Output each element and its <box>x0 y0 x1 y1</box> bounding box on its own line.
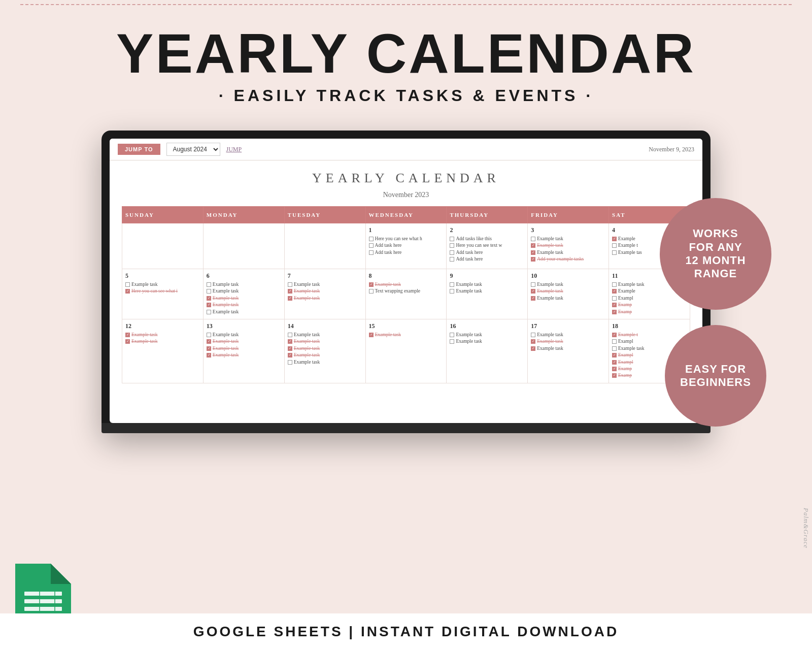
task-item[interactable]: Exampl <box>612 296 687 301</box>
task-checkbox[interactable] <box>612 367 617 371</box>
task-item[interactable]: Example task <box>207 352 281 358</box>
task-item[interactable]: Here you can see text w <box>450 243 524 248</box>
task-checkbox[interactable] <box>612 339 617 344</box>
task-item[interactable]: Example task <box>288 296 362 301</box>
task-checkbox[interactable] <box>369 282 374 287</box>
task-item[interactable]: Example task <box>288 346 362 351</box>
task-checkbox[interactable] <box>288 282 292 287</box>
task-checkbox[interactable] <box>288 333 292 337</box>
task-item[interactable]: Example task <box>207 288 281 294</box>
task-checkbox[interactable] <box>207 353 211 358</box>
month-select[interactable]: August 2024 <box>166 143 220 156</box>
task-item[interactable]: Add task here <box>369 243 444 248</box>
task-item[interactable]: Example task <box>450 282 524 287</box>
task-checkbox[interactable] <box>125 289 130 294</box>
task-item[interactable]: Add task here <box>450 256 524 262</box>
task-item[interactable]: Example task <box>531 282 605 287</box>
jump-link[interactable]: JUMP <box>226 146 242 153</box>
task-item[interactable]: Example task <box>531 339 605 344</box>
task-item[interactable]: Add your example tasks <box>531 256 605 262</box>
task-item[interactable]: Example t <box>612 332 687 338</box>
task-checkbox[interactable] <box>207 310 211 314</box>
task-checkbox[interactable] <box>612 296 617 301</box>
task-item[interactable]: Example task <box>207 346 281 351</box>
task-checkbox[interactable] <box>531 289 535 294</box>
task-item[interactable]: Example task <box>207 309 281 315</box>
task-checkbox[interactable] <box>450 243 454 248</box>
task-item[interactable]: Example task <box>450 332 524 338</box>
task-checkbox[interactable] <box>612 346 617 351</box>
task-item[interactable]: Example task <box>531 288 605 294</box>
task-checkbox[interactable] <box>450 282 454 287</box>
task-checkbox[interactable] <box>450 250 454 255</box>
task-checkbox[interactable] <box>531 257 535 262</box>
task-item[interactable]: Example task <box>207 282 281 287</box>
task-checkbox[interactable] <box>207 303 211 307</box>
task-item[interactable]: Examp <box>612 309 687 315</box>
task-checkbox[interactable] <box>288 353 292 358</box>
task-checkbox[interactable] <box>612 282 617 287</box>
task-checkbox[interactable] <box>531 346 535 351</box>
task-checkbox[interactable] <box>450 333 454 337</box>
task-item[interactable]: Add task here <box>369 250 444 255</box>
task-checkbox[interactable] <box>531 333 535 337</box>
task-checkbox[interactable] <box>125 333 130 337</box>
task-checkbox[interactable] <box>612 353 617 358</box>
task-item[interactable]: Example task <box>288 360 362 365</box>
task-checkbox[interactable] <box>369 289 374 294</box>
task-item[interactable]: Example task <box>207 302 281 308</box>
task-checkbox[interactable] <box>207 333 211 337</box>
task-checkbox[interactable] <box>450 339 454 344</box>
task-checkbox[interactable] <box>125 339 130 344</box>
task-checkbox[interactable] <box>207 339 211 344</box>
task-item[interactable]: Example task <box>369 332 444 338</box>
task-item[interactable]: Example task <box>207 339 281 344</box>
task-item[interactable]: Example task <box>288 288 362 294</box>
task-checkbox[interactable] <box>612 243 617 248</box>
task-checkbox[interactable] <box>207 346 211 351</box>
task-checkbox[interactable] <box>288 346 292 351</box>
task-item[interactable]: Examp <box>612 302 687 308</box>
task-item[interactable]: Here you can see what i <box>125 288 200 294</box>
task-item[interactable]: Example task <box>125 332 200 338</box>
task-checkbox[interactable] <box>531 339 535 344</box>
task-item[interactable]: Example task <box>369 282 444 287</box>
jump-to-button[interactable]: JUMP TO <box>118 144 160 155</box>
task-checkbox[interactable] <box>612 237 617 241</box>
task-item[interactable]: Here you can see what h <box>369 236 444 242</box>
task-checkbox[interactable] <box>531 282 535 287</box>
task-checkbox[interactable] <box>612 310 617 314</box>
task-checkbox[interactable] <box>612 360 617 365</box>
task-item[interactable]: Example task <box>125 339 200 344</box>
task-item[interactable]: Example task <box>531 250 605 255</box>
task-checkbox[interactable] <box>369 250 374 255</box>
task-checkbox[interactable] <box>612 373 617 378</box>
task-item[interactable]: Example task <box>531 332 605 338</box>
task-checkbox[interactable] <box>207 296 211 301</box>
task-checkbox[interactable] <box>531 243 535 248</box>
task-checkbox[interactable] <box>450 257 454 262</box>
task-item[interactable]: Text wrapping example <box>369 288 444 294</box>
task-checkbox[interactable] <box>125 282 130 287</box>
task-checkbox[interactable] <box>612 289 617 294</box>
task-checkbox[interactable] <box>288 296 292 301</box>
task-item[interactable]: Example task <box>288 282 362 287</box>
task-checkbox[interactable] <box>612 250 617 255</box>
task-item[interactable]: Add tasks like this <box>450 236 524 242</box>
task-checkbox[interactable] <box>450 289 454 294</box>
task-item[interactable]: Example task <box>531 236 605 242</box>
task-checkbox[interactable] <box>288 289 292 294</box>
task-item[interactable]: Example task <box>450 339 524 344</box>
task-checkbox[interactable] <box>207 282 211 287</box>
task-checkbox[interactable] <box>612 303 617 307</box>
task-item[interactable]: Example task <box>207 332 281 338</box>
task-item[interactable]: Example task <box>531 346 605 351</box>
task-checkbox[interactable] <box>531 296 535 301</box>
task-checkbox[interactable] <box>369 243 374 248</box>
task-item[interactable]: Example task <box>531 296 605 301</box>
task-item[interactable]: Example task <box>288 339 362 344</box>
task-item[interactable]: Example task <box>125 282 200 287</box>
task-item[interactable]: Example task <box>207 296 281 301</box>
task-checkbox[interactable] <box>450 237 454 241</box>
task-item[interactable]: Add task here <box>450 250 524 255</box>
